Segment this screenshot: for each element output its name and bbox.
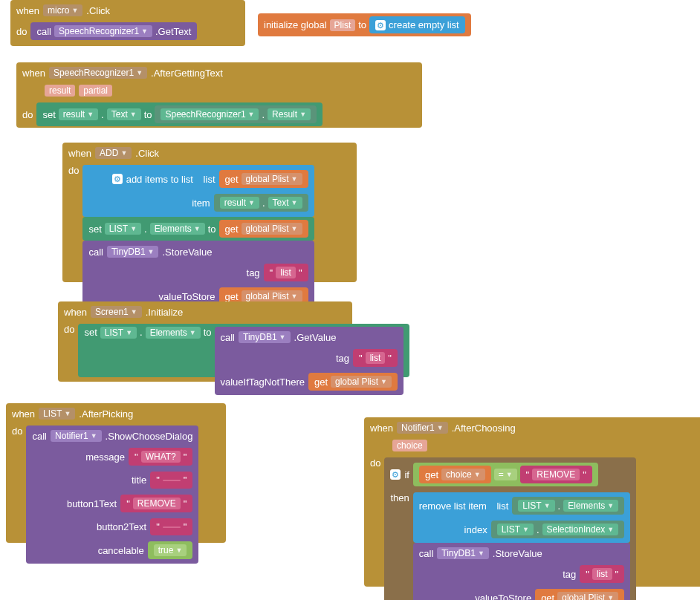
event-micro-click[interactable]: whenmicro▼.Click do callSpeechRecognizer…: [10, 0, 245, 46]
sr-result[interactable]: SpeechRecognizer1▼.Result▼: [155, 105, 317, 123]
get-global-plist[interactable]: getglobal Plist▼: [219, 170, 308, 188]
gear-icon[interactable]: ⚙: [390, 469, 401, 480]
gear-icon[interactable]: ⚙: [375, 20, 386, 30]
set-list-elements[interactable]: setLIST▼.Elements▼to callTinyDB1▼.GetVal…: [78, 324, 409, 377]
event-notifier-afterchoosing[interactable]: whenNotifier1▼.AfterChoosing choice do ⚙…: [364, 417, 700, 587]
call-tinydb-getvalue[interactable]: callTinyDB1▼.GetValue tag"list" valueIfT…: [215, 327, 404, 395]
true-block[interactable]: true▼: [148, 541, 193, 559]
init-global-plist[interactable]: initialize globalPlistto ⚙create empty l…: [258, 13, 471, 36]
evt-name: .Click: [86, 5, 110, 16]
event-screen-initialize[interactable]: whenScreen1▼.Initialize do setLIST▼.Elem…: [58, 301, 352, 382]
sr-dd[interactable]: SpeechRecognizer1▼: [54, 25, 152, 37]
set-list-elements[interactable]: setLIST▼.Elements▼to getglobal Plist▼: [82, 217, 314, 241]
create-empty-list[interactable]: ⚙create empty list: [369, 16, 465, 33]
event-list-afterpicking[interactable]: whenLIST▼.AfterPicking do callNotifier1▼…: [6, 403, 226, 543]
param-partial[interactable]: partial: [79, 85, 112, 97]
call-tinydb-storevalue[interactable]: callTinyDB1▼.StoreValue tag"list" valueT…: [82, 241, 314, 310]
param-result[interactable]: result: [45, 85, 75, 97]
comp-dd[interactable]: micro▼: [43, 4, 82, 16]
call-notifier-showchoosedialog[interactable]: callNotifier1▼.ShowChooseDialog message"…: [26, 425, 198, 564]
if-block[interactable]: ⚙if getchoice▼ =▼ "REMOVE" then remove l…: [384, 457, 636, 600]
remove-list-item[interactable]: remove list item listLIST▼.Elements▼ ind…: [413, 492, 630, 543]
chevron-down-icon: ▼: [71, 7, 78, 14]
call-tinydb-storevalue[interactable]: callTinyDB1▼.StoreValue tag"list" valueT…: [413, 543, 630, 600]
equals-compare[interactable]: getchoice▼ =▼ "REMOVE": [413, 463, 598, 486]
var-name[interactable]: Plist: [330, 19, 356, 31]
comp-dd[interactable]: SpeechRecognizer1▼: [49, 67, 147, 79]
event-add-click[interactable]: whenADD▼.Click do ⚙add items to list lis…: [62, 143, 357, 282]
result-text[interactable]: result▼.Text▼: [214, 194, 308, 212]
do-kw: do: [16, 26, 27, 37]
gear-icon[interactable]: ⚙: [112, 174, 123, 184]
set-result-text[interactable]: setresult▼.Text▼to SpeechRecognizer1▼.Re…: [36, 102, 323, 126]
event-sr-aftergettingtext[interactable]: whenSpeechRecognizer1▼.AfterGettingText …: [16, 62, 422, 128]
when-kw: when: [16, 5, 39, 16]
call-speech-gettext[interactable]: callSpeechRecognizer1▼.GetText: [30, 22, 197, 40]
param-choice[interactable]: choice: [392, 440, 427, 451]
add-items-to-list[interactable]: ⚙add items to list list getglobal Plist▼…: [82, 165, 314, 217]
string-list[interactable]: "list": [264, 264, 308, 281]
